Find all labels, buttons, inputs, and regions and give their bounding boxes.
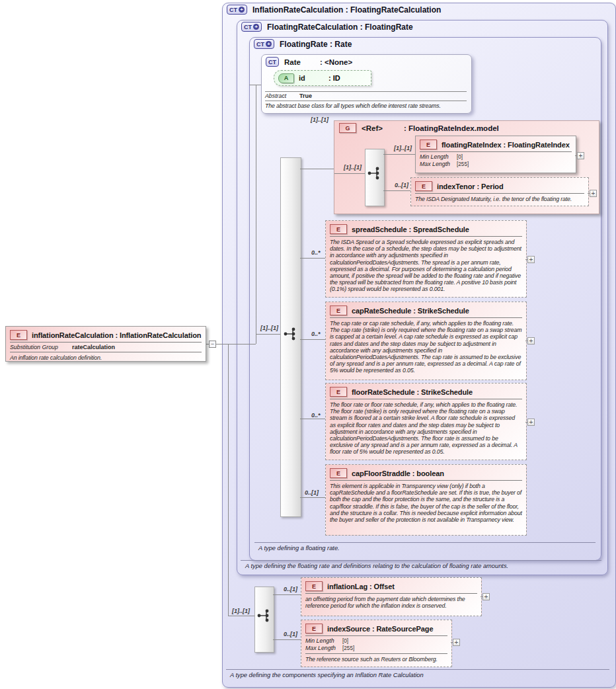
- expand-icon-inflationlag[interactable]: +: [482, 593, 490, 600]
- expand-icon-floorrateschedule[interactable]: +: [527, 419, 535, 426]
- element-description: An inflation rate calculation definition…: [6, 354, 206, 362]
- complextype-title: FloatingRateCalculation : FloatingRate: [267, 22, 413, 32]
- element-icon: E: [420, 140, 437, 149]
- attribute-id-name: id: [299, 74, 324, 82]
- header-inflationratecalculation: CT+ InflationRateCalculation : FloatingR…: [227, 5, 441, 15]
- rate-name: Rate: [284, 58, 315, 66]
- element-floorrateschedule[interactable]: E floorRateSchedule : StrikeSchedule The…: [325, 383, 527, 460]
- cardinality-bottom-sequence: [1]..[1]: [232, 608, 250, 614]
- element-title: inflationRateCalculation : InflationRate…: [32, 331, 201, 339]
- min-length-value: [0]: [457, 154, 463, 161]
- element-description: The ISDA Designated Maturity, i.e. the t…: [411, 195, 588, 204]
- element-caprateschedule[interactable]: E capRateSchedule : StrikeSchedule The c…: [325, 302, 527, 380]
- element-indexsource[interactable]: E indexSource : RateSourcePage Min Lengt…: [301, 620, 452, 667]
- max-length-label: Max Length: [420, 161, 457, 168]
- complextype-icon: CT+: [241, 22, 262, 32]
- connector-line: [300, 339, 325, 340]
- element-floatingrateindex[interactable]: E floatingRateIndex : FloatingRateIndex …: [415, 136, 576, 173]
- divider: [265, 101, 467, 101]
- element-description: This element is applicable in Transparen…: [326, 482, 526, 524]
- element-capfloorstraddle[interactable]: E capFloorStraddle : boolean This elemen…: [325, 464, 527, 536]
- divider: [226, 669, 609, 670]
- element-inflationratecalculation[interactable]: E inflationRateCalculation : InflationRa…: [5, 326, 206, 362]
- ct-plus-icon: +: [253, 24, 259, 30]
- connector-line: [256, 334, 280, 335]
- cardinality-indexsource: 0..[1]: [284, 631, 297, 637]
- divider: [330, 317, 522, 318]
- connector-line: [228, 344, 229, 616]
- ref-group-type: : FloatingRateIndex.model: [404, 124, 499, 132]
- divider: [305, 635, 447, 636]
- element-icon: E: [330, 305, 347, 315]
- connector-line: [216, 344, 256, 344]
- expand-icon-indexsource[interactable]: +: [453, 639, 460, 646]
- element-title: inflationLag : Offset: [327, 583, 395, 590]
- element-icon: E: [330, 468, 347, 478]
- element-description: The floor rate or floor rate schedule, i…: [326, 401, 526, 457]
- element-description: The ISDA Spread or a Spread schedule exp…: [326, 238, 526, 294]
- ref-group-name: <Ref>: [362, 124, 399, 132]
- element-indextenor[interactable]: E indexTenor : Period The ISDA Designate…: [410, 177, 589, 206]
- collapse-toggle[interactable]: −: [209, 341, 216, 348]
- ct-plus-icon: +: [239, 7, 245, 13]
- element-icon: E: [305, 624, 323, 633]
- cardinality-floorrateschedule: 0..*: [311, 412, 321, 419]
- element-icon: E: [10, 330, 27, 340]
- divider: [330, 480, 522, 481]
- connector-line: [300, 419, 325, 419]
- connector-line: [383, 154, 415, 155]
- divider: [415, 193, 584, 194]
- connector-line: [273, 639, 301, 640]
- divider: [330, 399, 522, 399]
- element-description: an offsetting period from the payment da…: [301, 595, 481, 610]
- substitution-group-label: Substitution Group: [10, 344, 72, 351]
- abstract-label: Abstract: [265, 93, 299, 100]
- max-length-value: [255]: [342, 645, 354, 652]
- element-title: floorRateSchedule : StrikeSchedule: [352, 388, 473, 396]
- complextype-icon: CT: [266, 57, 279, 67]
- divider: [241, 560, 601, 561]
- min-length-value: [0]: [342, 638, 348, 645]
- expand-icon-floatingrateindex[interactable]: +: [577, 152, 584, 159]
- max-length-label: Max Length: [305, 645, 342, 652]
- ct-badge-label: CT: [244, 24, 252, 30]
- element-icon: E: [330, 224, 347, 234]
- element-description: The reference source such as Reuters or …: [301, 655, 451, 664]
- cardinality-capfloorstraddle: 0..[1]: [305, 489, 319, 496]
- attribute-id-type: : ID: [328, 74, 340, 82]
- divider: [265, 91, 467, 92]
- expand-icon-indextenor[interactable]: +: [590, 190, 597, 197]
- complextype-icon: CT+: [227, 5, 247, 15]
- element-inflationlag[interactable]: E inflationLag : Offset an offsetting pe…: [301, 577, 482, 616]
- connector-line: [300, 258, 325, 259]
- element-icon: E: [330, 387, 347, 397]
- sequence-icon: [367, 166, 381, 181]
- header-floatingratecalculation: CT+ FloatingRateCalculation : FloatingRa…: [241, 22, 413, 32]
- expand-icon-spreadschedule[interactable]: +: [527, 256, 535, 263]
- min-length-label: Min Length: [305, 637, 342, 645]
- divider: [420, 151, 572, 152]
- sequence-icon: [283, 327, 297, 341]
- connector-line: [300, 169, 334, 169]
- connector-line: [334, 173, 365, 174]
- element-title: indexSource : RateSourcePage: [327, 625, 433, 633]
- element-title: floatingRateIndex : FloatingRateIndex: [442, 141, 570, 149]
- element-icon: E: [305, 581, 323, 591]
- attribute-id[interactable]: A id : ID: [274, 70, 371, 86]
- element-spreadschedule[interactable]: E spreadSchedule : SpreadSchedule The IS…: [325, 220, 527, 298]
- element-description: The cap rate or cap rate schedule, if an…: [326, 319, 526, 376]
- divider: [254, 542, 596, 543]
- divider: [10, 342, 202, 343]
- connector-line: [228, 616, 254, 616]
- header-ref-group: G <Ref> : FloatingRateIndex.model: [339, 123, 499, 133]
- element-title: indexTenor : Period: [437, 182, 504, 190]
- element-title: capRateSchedule : StrikeSchedule: [352, 307, 469, 315]
- rate-type: : <None>: [320, 58, 352, 66]
- element-title: spreadSchedule : SpreadSchedule: [352, 225, 469, 233]
- header-rate: CT Rate : <None>: [266, 57, 352, 67]
- divider: [10, 352, 202, 352]
- complextype-title: InflationRateCalculation : FloatingRateC…: [252, 5, 441, 15]
- expand-icon-caprateschedule[interactable]: +: [527, 337, 535, 344]
- schema-diagram: CT+ InflationRateCalculation : FloatingR…: [0, 0, 616, 689]
- ct-badge-label: CT: [268, 59, 276, 65]
